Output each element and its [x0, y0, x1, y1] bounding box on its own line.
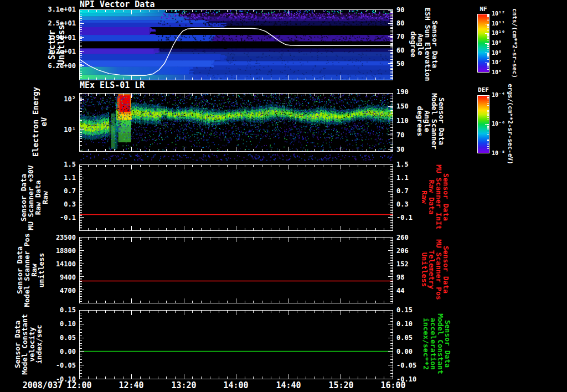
axis-label-line: Unitless — [421, 239, 428, 300]
nf-colorbar-title: NF — [475, 6, 492, 13]
axis-label-line: Sensor Data — [431, 7, 439, 81]
npi-spectrogram-plot — [79, 9, 393, 80]
xtick: 12:00 — [56, 380, 102, 390]
plot-page: NPI Vector Data MEx ELS-01 LR 3.1e+01 2.… — [0, 0, 567, 392]
p4-right-axis-label: Sensor Data MU Scanner Pos Telemetry Uni… — [421, 239, 450, 300]
p2-ytick: 10² — [22, 95, 76, 104]
xtick: 13:20 — [161, 380, 207, 390]
axis-label-line: index/sec — [35, 314, 43, 375]
axis-label-line: acceleration — [430, 313, 437, 374]
axis-label-line: unitless — [38, 233, 45, 307]
p2-left-axis-label: Electron Energy eV — [32, 87, 48, 157]
axis-label-line: Raw — [42, 165, 49, 230]
p5-right-axis-label: Sensor Data Model Constant acceleration … — [422, 313, 451, 374]
p2-right-axis-label: Sensor Data Model Scanner Angle degrees — [416, 93, 445, 149]
xtick: 15:20 — [318, 380, 364, 390]
axis-label-line: Model Scanner — [431, 93, 438, 149]
axis-label-line: degree — [410, 7, 417, 81]
axis-label-line: Sensor Data — [444, 313, 451, 374]
panel1-title: NPI Vector Data — [80, 0, 154, 9]
axis-label-line: Sensor Data — [442, 239, 450, 300]
def-colorbar — [477, 95, 489, 153]
axis-label-line: MU Scanner Pos — [435, 239, 442, 300]
xtick: 14:40 — [265, 380, 312, 390]
p1-right-axis-label: Sensor Data ESH Sun Elevation Angle degr… — [410, 7, 439, 81]
xtick: 12:40 — [108, 380, 154, 390]
axis-label-line: Sensor Data — [438, 93, 445, 149]
date-label: 2008/037 — [3, 380, 63, 390]
axis-label-line: Model Constant — [437, 313, 444, 374]
model-scanner-pos-plot — [79, 237, 393, 303]
axis-label-line: eV — [40, 87, 48, 157]
axis-label-line: MU Scanner InIt — [435, 164, 442, 229]
xtick: 16:00 — [370, 380, 416, 390]
nf-colorbar — [477, 14, 489, 73]
def-colorbar-title: DEF — [474, 86, 493, 94]
axis-label-line: Unitless — [57, 25, 66, 65]
p4-left-axis-label: Sensor Data Model Scanner Pos Raw unitle… — [16, 233, 45, 307]
panel2-title: MEx ELS-01 LR — [80, 81, 145, 90]
axis-label-line: Electron Energy — [32, 87, 40, 157]
axis-label-line: Raw — [421, 164, 428, 229]
mu-scanner-raw-plot — [79, 164, 393, 231]
els-spectrogram-plot — [79, 93, 393, 152]
axis-label-line: ESH Sun Elevation — [424, 7, 431, 81]
p3-left-axis-label: Sensor Data MU Scanner +30V Raw Data Raw — [20, 165, 49, 230]
p5-left-axis-label: Sensor Data Model Constant velocity inde… — [14, 314, 43, 375]
nf-colorbar-unit: cnts/(cm**2-sr-sec) — [511, 8, 518, 78]
p2-ytick: 10¹ — [22, 125, 76, 134]
p1-ytick: 3.1e+01 — [22, 5, 76, 14]
p3-right-axis-label: Sensor Data MU Scanner InIt Raw Data Raw — [421, 164, 450, 229]
axis-label-line: incex/sec**2 — [422, 313, 430, 374]
els-underflow-speckles — [79, 153, 393, 161]
def-colorbar-unit: ergs/(cm**2-sr-sec-eV) — [507, 84, 514, 164]
p1-left-axis-label: Sector Unitless — [48, 25, 66, 65]
model-constant-velocity-plot — [79, 310, 393, 379]
axis-label-line: Sector — [48, 25, 57, 65]
axis-label-line: Sensor Data — [442, 164, 450, 229]
axis-label-line: degrees — [416, 93, 424, 149]
xtick: 14:00 — [213, 380, 259, 390]
